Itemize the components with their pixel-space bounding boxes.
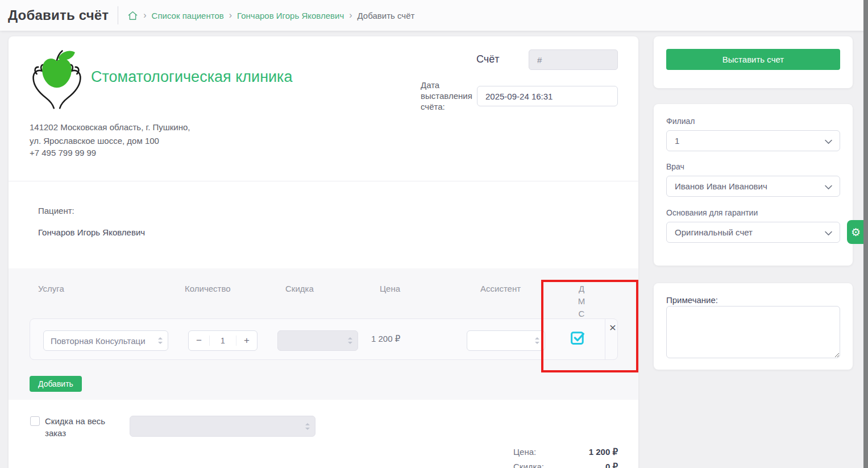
clinic-name: Стоматологическая клиника — [91, 68, 293, 86]
chevron-down-icon — [825, 136, 832, 146]
page-title: Добавить счёт — [8, 7, 109, 23]
invoice-card: Стоматологическая клиника 141202 Московс… — [9, 36, 638, 468]
breadcrumb-separator: › — [229, 10, 232, 20]
title-divider — [118, 6, 118, 24]
invoice-number-input — [529, 49, 618, 70]
submit-card: Выставить счет — [654, 36, 853, 88]
invoice-number-label: Счёт — [476, 53, 499, 65]
clinic-address-line2: ул. Ярославское шоссе, дом 100 — [30, 134, 190, 148]
breadcrumb-separator: › — [143, 10, 146, 20]
totals: Цена: 1 200 ₽ Скидка: 0 ₽ — [513, 447, 618, 468]
column-header-discount: Скидка — [285, 284, 314, 293]
row-price: 1 200 ₽ — [371, 334, 400, 344]
warranty-label: Основания для гарантии — [666, 208, 758, 217]
clinic-address: 141202 Московская область, г. Пушкино, у… — [30, 121, 190, 148]
invoice-date-label: Дата выставления счёта: — [421, 80, 479, 112]
assistant-select[interactable] — [467, 330, 545, 351]
warranty-select[interactable]: Оригинальный счет — [666, 222, 840, 243]
screen: Добавить счёт › Список пациентов › Гонча… — [0, 0, 868, 468]
breadcrumb-link-patients[interactable]: Список пациентов — [152, 11, 224, 20]
chevron-down-icon — [825, 227, 832, 237]
doctor-select-value: Иванов Иван Иванович — [675, 181, 767, 191]
submit-invoice-button[interactable]: Выставить счет — [666, 49, 840, 70]
total-price-value: 1 200 ₽ — [589, 447, 618, 457]
service-select-value: Повторная Консультаци — [51, 336, 146, 346]
quantity-increment-button[interactable]: + — [236, 335, 257, 346]
order-discount-checkbox[interactable] — [30, 416, 40, 426]
note-label: Примечание: — [666, 295, 718, 305]
quantity-stepper: − + — [188, 330, 258, 351]
scrollbar-thumb[interactable] — [863, 0, 868, 468]
clinic-address-line1: 141202 Московская область, г. Пушкино, — [30, 121, 190, 134]
gear-icon[interactable]: ⚙ — [847, 220, 865, 244]
order-discount-label: Скидка на весь заказ — [45, 415, 120, 439]
note-textarea[interactable] — [666, 306, 840, 358]
column-header-service: Услуга — [38, 284, 64, 293]
breadcrumb-separator: › — [349, 10, 352, 20]
section-divider — [9, 181, 638, 181]
branch-label: Филиал — [666, 117, 695, 126]
order-discount-select — [130, 416, 315, 437]
total-price-label: Цена: — [513, 447, 536, 457]
home-icon[interactable] — [127, 10, 138, 21]
note-card: Примечание: — [654, 283, 853, 370]
total-discount-row: Скидка: 0 ₽ — [513, 462, 618, 468]
column-header-dms: ДМС — [577, 283, 586, 320]
clinic-phone: +7 495 799 99 99 — [30, 148, 96, 158]
discount-select — [277, 330, 358, 351]
invoice-settings-card: Филиал 1 Врач Иванов Иван Иванович Основ… — [654, 104, 853, 266]
invoice-date-input[interactable] — [477, 86, 618, 106]
add-service-button[interactable]: Добавить — [30, 376, 82, 392]
service-select[interactable]: Повторная Консультаци — [43, 330, 168, 351]
breadcrumb: › Список пациентов › Гончаров Игорь Яков… — [127, 10, 414, 21]
doctor-select[interactable]: Иванов Иван Иванович — [666, 176, 840, 197]
dms-checkbox[interactable] — [569, 329, 586, 346]
scrollbar-track[interactable] — [863, 0, 868, 468]
breadcrumb-current: Добавить счёт — [358, 11, 415, 20]
branch-select[interactable]: 1 — [666, 130, 840, 151]
total-price-row: Цена: 1 200 ₽ — [513, 447, 618, 462]
service-row: Повторная Консультаци − + 1 200 ₽ — [30, 318, 618, 360]
branch-select-value: 1 — [675, 136, 679, 146]
services-section: Услуга Количество Скидка Цена Ассистент … — [9, 268, 638, 400]
remove-row-button[interactable]: × — [607, 321, 619, 334]
chevron-down-icon — [825, 181, 832, 191]
total-discount-label: Скидка: — [513, 462, 544, 468]
quantity-decrement-button[interactable]: − — [189, 335, 209, 346]
top-bar: Добавить счёт › Список пациентов › Гонча… — [0, 0, 868, 31]
select-arrows-icon — [305, 423, 310, 430]
select-arrows-icon — [158, 337, 163, 344]
column-header-assistant: Ассистент — [480, 284, 521, 293]
breadcrumb-link-patient[interactable]: Гончаров Игорь Яковлевич — [237, 11, 344, 20]
select-arrows-icon — [348, 337, 352, 344]
warranty-select-value: Оригинальный счет — [675, 227, 753, 237]
doctor-label: Врач — [666, 162, 684, 171]
quantity-input[interactable] — [210, 336, 236, 345]
select-arrows-icon — [535, 337, 539, 344]
row-divider — [605, 319, 605, 359]
patient-name: Гончаров Игорь Яковлевич — [38, 227, 145, 237]
total-discount-value: 0 ₽ — [605, 462, 618, 468]
column-header-quantity: Количество — [185, 284, 231, 293]
column-header-price: Цена — [380, 284, 400, 293]
patient-label: Пациент: — [38, 206, 74, 216]
clinic-logo-icon — [30, 45, 84, 111]
